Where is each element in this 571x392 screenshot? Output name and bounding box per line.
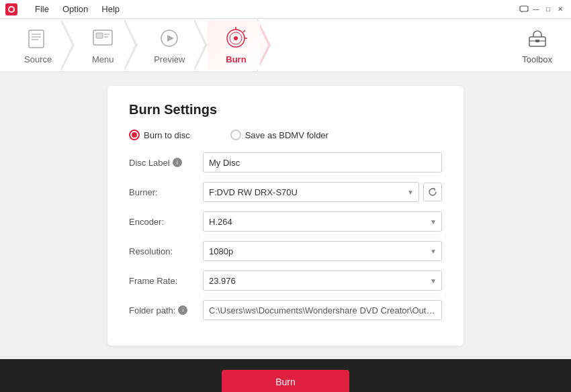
encoder-row: Encoder: H.264 H.265 MPEG-2 ▼ bbox=[129, 211, 442, 232]
burner-row: Burner: F:DVD RW DRX-S70U ▼ bbox=[129, 182, 442, 202]
svg-rect-2 bbox=[520, 6, 528, 11]
resolution-label: Resolution: bbox=[129, 246, 203, 256]
folder-path-info-icon[interactable]: i bbox=[178, 305, 187, 315]
burn-to-disc-label: Burn to disc bbox=[144, 130, 190, 140]
refresh-burner-button[interactable] bbox=[423, 183, 442, 201]
title-bar-controls: — □ ✕ bbox=[519, 4, 566, 15]
folder-path-row: Folder path: i C:\Users\ws\Documents\Won… bbox=[129, 300, 442, 320]
nav-step-menu[interactable]: Menu bbox=[75, 18, 138, 72]
preview-label: Preview bbox=[154, 54, 185, 64]
encoder-label: Encoder: bbox=[129, 217, 203, 227]
toolbar: Source Menu bbox=[0, 19, 571, 72]
svg-point-1 bbox=[9, 7, 13, 11]
encoder-select-wrap: H.264 H.265 MPEG-2 ▼ bbox=[203, 211, 442, 232]
framerate-row: Frame Rate: 23.976 24 25 29.97 30 ▼ bbox=[129, 271, 442, 291]
minimize-button[interactable]: — bbox=[531, 4, 541, 15]
burn-action-bar: Burn bbox=[0, 359, 571, 392]
resolution-select[interactable]: 1080p 720p 480p bbox=[203, 241, 442, 261]
burn-label: Burn bbox=[226, 54, 246, 64]
save-as-bdmv-label: Save as BDMV folder bbox=[245, 130, 328, 140]
burn-action-button[interactable]: Burn bbox=[222, 370, 349, 392]
burner-label: Burner: bbox=[129, 187, 203, 197]
chat-icon[interactable] bbox=[519, 4, 529, 15]
file-menu[interactable]: File bbox=[28, 3, 56, 15]
resolution-select-wrap: 1080p 720p 480p ▼ bbox=[203, 241, 442, 261]
burn-to-disc-option[interactable]: Burn to disc bbox=[129, 130, 190, 140]
svg-rect-21 bbox=[535, 40, 539, 42]
option-menu[interactable]: Option bbox=[56, 3, 95, 15]
folder-path-label: Folder path: i bbox=[129, 305, 203, 315]
disc-label-label: Disc Label i bbox=[129, 158, 203, 168]
nav-step-preview[interactable]: Preview bbox=[138, 18, 208, 72]
burner-select[interactable]: F:DVD RW DRX-S70U bbox=[203, 182, 419, 202]
burn-settings-card: Burn Settings Burn to disc Save as BDMV … bbox=[107, 86, 464, 346]
burner-select-wrap: F:DVD RW DRX-S70U ▼ bbox=[203, 182, 419, 202]
maximize-button[interactable]: □ bbox=[543, 4, 554, 15]
svg-rect-3 bbox=[29, 30, 44, 48]
encoder-select[interactable]: H.264 H.265 MPEG-2 bbox=[203, 211, 442, 232]
folder-path-text: C:\Users\ws\Documents\Wondershare DVD Cr… bbox=[209, 305, 436, 315]
nav-step-burn[interactable]: Burn bbox=[208, 18, 271, 72]
title-bar: File Option Help — □ ✕ bbox=[0, 0, 571, 19]
menu-bar: File Option Help bbox=[28, 3, 126, 15]
folder-path-display[interactable]: C:\Users\ws\Documents\Wondershare DVD Cr… bbox=[203, 300, 442, 320]
disc-label-row: Disc Label i bbox=[129, 152, 442, 173]
close-button[interactable]: ✕ bbox=[555, 4, 566, 15]
preview-icon bbox=[157, 26, 181, 50]
disc-label-input[interactable] bbox=[203, 152, 442, 173]
nav-step-source[interactable]: Source bbox=[8, 18, 75, 72]
main-content: Burn Settings Burn to disc Save as BDMV … bbox=[0, 72, 571, 359]
toolbox-label: Toolbox bbox=[522, 54, 552, 64]
nav-steps: Source Menu bbox=[8, 18, 271, 72]
resolution-row: Resolution: 1080p 720p 480p ▼ bbox=[129, 241, 442, 261]
radio-row: Burn to disc Save as BDMV folder bbox=[129, 130, 442, 140]
menu-label: Menu bbox=[92, 54, 114, 64]
toolbox-button[interactable]: Toolbox bbox=[511, 21, 563, 70]
save-as-bdmv-option[interactable]: Save as BDMV folder bbox=[230, 130, 328, 140]
help-menu[interactable]: Help bbox=[95, 3, 126, 15]
svg-rect-8 bbox=[96, 33, 103, 38]
framerate-select[interactable]: 23.976 24 25 29.97 30 bbox=[203, 271, 442, 291]
framerate-label: Frame Rate: bbox=[129, 276, 203, 286]
svg-point-15 bbox=[234, 36, 238, 40]
burn-to-disc-radio[interactable] bbox=[129, 130, 140, 140]
burn-icon bbox=[224, 26, 248, 50]
source-label: Source bbox=[24, 54, 52, 64]
svg-line-17 bbox=[243, 30, 245, 32]
disc-label-info-icon[interactable]: i bbox=[173, 158, 182, 167]
save-as-bdmv-radio[interactable] bbox=[230, 130, 241, 140]
toolbox-icon bbox=[525, 26, 550, 50]
framerate-select-wrap: 23.976 24 25 29.97 30 ▼ bbox=[203, 271, 442, 291]
svg-marker-12 bbox=[167, 35, 174, 42]
source-icon bbox=[26, 26, 50, 50]
app-icon bbox=[5, 3, 17, 15]
burn-settings-title: Burn Settings bbox=[129, 102, 442, 117]
menu-icon bbox=[91, 26, 115, 50]
